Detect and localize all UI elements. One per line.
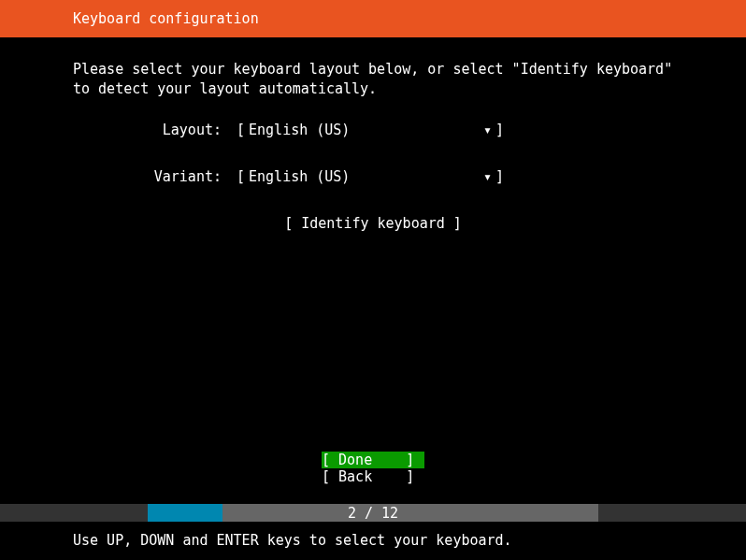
variant-field-row: Variant: [ English (US) ▾ ]	[73, 168, 673, 185]
main-content: Please select your keyboard layout below…	[0, 37, 746, 232]
action-buttons: [ Donexxxx] [ Backxxxx]	[0, 452, 746, 485]
header-bar: Keyboard configuration	[0, 0, 746, 37]
layout-select[interactable]: [ English (US) ▾ ]	[237, 122, 504, 138]
done-button[interactable]: [ Donexxxx]	[322, 452, 424, 468]
identify-row: [ Identify keyboard ]	[73, 215, 673, 232]
layout-label: Layout:	[73, 122, 237, 138]
bracket-close: ]	[495, 122, 504, 138]
variant-select[interactable]: [ English (US) ▾ ]	[237, 168, 504, 185]
progress-fill	[148, 504, 222, 522]
bracket-open: [	[237, 168, 245, 185]
identify-label: Identify keyboard	[301, 215, 445, 232]
layout-field-row: Layout: [ English (US) ▾ ]	[73, 122, 673, 138]
dropdown-arrow-icon: ▾	[483, 122, 495, 138]
bracket-open: [	[237, 122, 245, 138]
page-title: Keyboard configuration	[73, 10, 259, 27]
progress-bar: 2 / 12	[0, 504, 746, 522]
instruction-text: Please select your keyboard layout below…	[73, 60, 673, 99]
back-button[interactable]: [ Backxxxx]	[322, 468, 424, 485]
progress-text: 2 / 12	[348, 505, 398, 522]
variant-value: English (US)	[245, 168, 483, 185]
bracket-close: ]	[495, 168, 504, 185]
variant-label: Variant:	[73, 168, 237, 185]
dropdown-arrow-icon: ▾	[483, 168, 495, 185]
identify-keyboard-button[interactable]: [ Identify keyboard ]	[284, 215, 462, 232]
help-text: Use UP, DOWN and ENTER keys to select yo…	[73, 532, 512, 549]
layout-value: English (US)	[245, 122, 483, 138]
